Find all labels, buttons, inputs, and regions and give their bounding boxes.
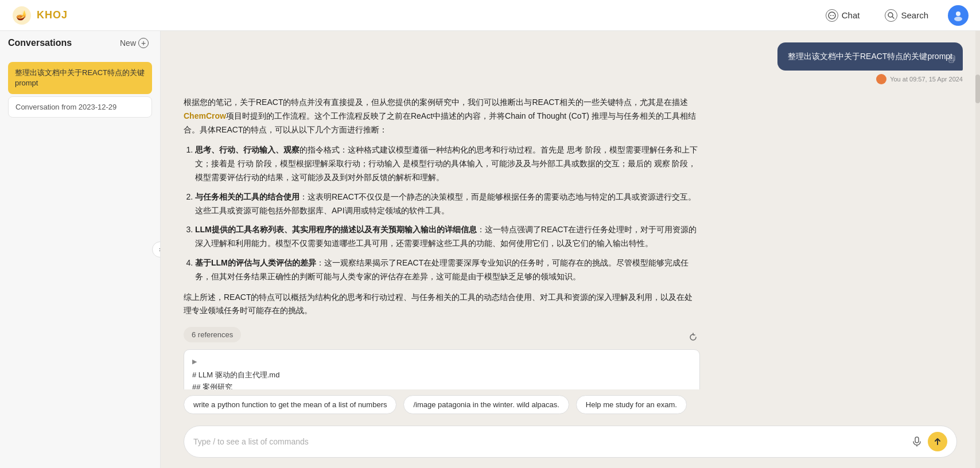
conversation-item[interactable]: Conversation from 2023-12-29 (8, 96, 152, 118)
user-message-bubble: 整理出该文档中关于REACT特点的关键prompt (777, 42, 963, 71)
svg-point-5 (888, 13, 893, 17)
logo[interactable]: 🪔 KHOJ (11, 5, 68, 26)
nav-right: Chat Search (820, 5, 969, 26)
topnav: 🪔 KHOJ Chat Search (0, 0, 980, 31)
chat-area: 整理出该文档中关于REACT特点的关键prompt You at 09:57, … (161, 31, 980, 468)
ai-list-item-2: 与任务相关的工具的结合使用：这表明REACT不仅仅是一个静态的决策模型，而是能够… (195, 190, 700, 218)
references-section: 6 references ▶ (184, 327, 700, 389)
chat-messages: 整理出该文档中关于REACT特点的关键prompt You at 09:57, … (161, 31, 980, 389)
references-toggle-button[interactable]: 6 references (184, 327, 241, 342)
search-nav-button[interactable]: Search (879, 6, 934, 25)
highlight-chemcrow: ChemCrow (184, 111, 226, 120)
svg-rect-10 (950, 56, 955, 61)
ai-list-item-3: LLM提供的工具名称列表、其实用程序的描述以及有关预期输入输出的详细信息：这一特… (195, 223, 700, 251)
copy-message-button[interactable] (946, 54, 958, 66)
user-message-wrap: 整理出该文档中关于REACT特点的关键prompt You at 09:57, … (184, 42, 963, 84)
logo-text: KHOJ (37, 9, 68, 21)
ai-message-text: 根据您的笔记，关于REACT的特点并没有直接提及，但从您提供的案例研究中，我们可… (184, 96, 700, 318)
input-area (161, 420, 980, 468)
ai-list: 思考、行动、行动输入、观察的指令格式：这种格式建议模型遵循一种结构化的思考和行动… (184, 143, 700, 283)
suggestion-3[interactable]: Help me study for an exam. (576, 395, 687, 414)
new-conversation-button[interactable]: New + (116, 37, 152, 49)
ai-summary: 综上所述，REACT的特点可以概括为结构化的思考和行动过程、与任务相关的工具的动… (184, 291, 700, 318)
svg-rect-11 (915, 437, 919, 443)
sidebar-scroll: 整理出该文档中关于REACT特点的关键prompt Conversation f… (0, 53, 160, 468)
chat-input[interactable] (193, 437, 906, 446)
khoj-logo-icon: 🪔 (11, 5, 32, 26)
ai-list-item-4: 基于LLM的评估与人类评估的差异：这一观察结果揭示了REACT在处理需要深厚专业… (195, 256, 700, 284)
suggestion-1[interactable]: write a python function to get the mean … (184, 395, 396, 414)
svg-point-7 (956, 11, 960, 16)
sidebar-title: Conversations (8, 38, 72, 48)
search-icon (885, 9, 897, 22)
main-layout: Conversations New + 整理出该文档中关于REACT特点的关键p… (0, 31, 980, 468)
user-message-meta: You at 09:57, 15 Apr 2024 (876, 74, 963, 84)
svg-point-2 (829, 12, 835, 19)
reference-card-1: ▶ # LLM 驱动的自主代理.md ## 案例研究 ## 科学发现代理 (184, 349, 700, 389)
ai-paragraph-1: 根据您的笔记，关于REACT的特点并没有直接提及，但从您提供的案例研究中，我们可… (184, 96, 700, 136)
new-icon: + (138, 38, 149, 48)
svg-point-8 (954, 17, 962, 21)
ref-card-header-1: ▶ (192, 357, 691, 367)
sidebar: Conversations New + 整理出该文档中关于REACT特点的关键p… (0, 31, 161, 468)
ref-expand-icon-1[interactable]: ▶ (192, 357, 197, 367)
active-conversation-text: 整理出该文档中关于REACT特点的关键prompt (15, 68, 145, 88)
ai-message: 根据您的笔记，关于REACT的特点并没有直接提及，但从您提供的案例研究中，我们可… (184, 96, 700, 389)
chat-nav-button[interactable]: Chat (820, 6, 866, 25)
input-box (184, 426, 957, 458)
user-avatar-small (876, 74, 886, 84)
suggestion-2[interactable]: /image patagonia in the winter. wild alp… (403, 395, 569, 414)
user-message-timestamp: You at 09:57, 15 Apr 2024 (890, 76, 963, 83)
regenerate-button[interactable] (686, 332, 700, 345)
ref-line-1-2: ## 案例研究 (192, 381, 691, 389)
sidebar-header: Conversations New + (0, 31, 160, 53)
user-message-text: 整理出该文档中关于REACT特点的关键prompt (788, 52, 952, 61)
svg-point-3 (830, 15, 831, 16)
svg-point-4 (833, 15, 834, 16)
send-button[interactable] (928, 432, 947, 451)
conversation-item-text: Conversation from 2023-12-29 (15, 103, 145, 111)
svg-text:🪔: 🪔 (16, 10, 28, 21)
mic-button[interactable] (912, 436, 922, 447)
chat-icon (826, 9, 838, 22)
user-avatar[interactable] (948, 5, 969, 26)
svg-line-6 (893, 17, 895, 18)
active-conversation-item[interactable]: 整理出该文档中关于REACT特点的关键prompt (8, 62, 152, 94)
chat-messages-outer: 整理出该文档中关于REACT特点的关键prompt You at 09:57, … (161, 31, 980, 389)
references-label: 6 references (192, 330, 233, 339)
ai-list-item-1: 思考、行动、行动输入、观察的指令格式：这种格式建议模型遵循一种结构化的思考和行动… (195, 143, 700, 184)
suggestions-bar: write a python function to get the mean … (161, 389, 980, 420)
ref-line-1-1: # LLM 驱动的自主代理.md (192, 369, 691, 381)
